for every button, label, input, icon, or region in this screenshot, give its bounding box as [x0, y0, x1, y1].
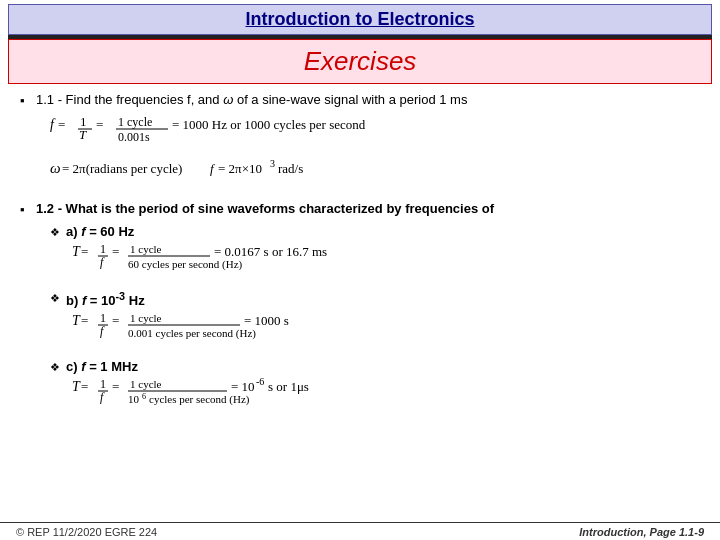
svg-text:1: 1	[100, 377, 106, 391]
formula-a: T = 1 f = 1 cycle 60 cycles per second (…	[72, 242, 700, 284]
sub-label-a: a) f = 60 Hz	[66, 224, 134, 239]
svg-text:=: =	[96, 117, 103, 132]
svg-text:ω: ω	[50, 160, 61, 176]
page-wrapper: Introduction to Electronics Exercises ▪ …	[0, 4, 720, 540]
svg-text:=: =	[112, 379, 119, 394]
omega-symbol: ω	[223, 92, 233, 107]
svg-text:10: 10	[128, 393, 140, 405]
footer-left: © REP 11/2/2020 EGRE 224	[16, 526, 157, 538]
sub-item-b: ❖ b) f = 10-3 Hz	[50, 290, 700, 308]
svg-text:=: =	[81, 244, 88, 259]
svg-text:0.001 cycles per second (Hz): 0.001 cycles per second (Hz)	[128, 327, 256, 340]
content-area: ▪ 1.1 - Find the frequencies f, and ω of…	[20, 92, 700, 419]
sub-items: ❖ a) f = 60 Hz T = 1 f = 1 cycle 60 cycl…	[50, 224, 700, 419]
svg-text:= 10: = 10	[231, 379, 255, 394]
exercises-title: Exercises	[9, 46, 711, 77]
formula-1-1: f = 1 T = 1 cycle 0.001s = 1000 Hz or 10…	[50, 115, 700, 197]
svg-text:f: f	[210, 161, 216, 176]
formula-c-svg: T = 1 f = 1 cycle 10 6 cycles per second…	[72, 377, 592, 415]
svg-text:T: T	[72, 244, 81, 259]
footer: © REP 11/2/2020 EGRE 224 Introduction, P…	[0, 522, 720, 538]
svg-text:3: 3	[270, 158, 275, 169]
formula-a-svg: T = 1 f = 1 cycle 60 cycles per second (…	[72, 242, 572, 280]
svg-text:1 cycle: 1 cycle	[130, 378, 162, 390]
svg-text:rad/s: rad/s	[278, 161, 303, 176]
svg-text:f: f	[100, 255, 105, 269]
svg-text:=: =	[58, 117, 65, 132]
problem-1-1: ▪ 1.1 - Find the frequencies f, and ω of…	[20, 92, 700, 109]
svg-text:=: =	[112, 244, 119, 259]
svg-text:= 0.0167 s  or  16.7 ms: = 0.0167 s or 16.7 ms	[214, 244, 327, 259]
svg-text:= 2π(radians per cycle): = 2π(radians per cycle)	[62, 161, 182, 176]
svg-text:=: =	[81, 313, 88, 328]
svg-text:60 cycles per second (Hz): 60 cycles per second (Hz)	[128, 258, 243, 271]
exercises-heading: Exercises	[8, 39, 712, 84]
svg-text:T: T	[72, 313, 81, 328]
svg-text:s  or  1μs: s or 1μs	[268, 379, 309, 394]
formula-b: T = 1 f = 1 cycle 0.001 cycles per secon…	[72, 311, 700, 353]
svg-text:6: 6	[142, 392, 146, 401]
svg-text:=: =	[81, 379, 88, 394]
svg-text:= 2π×10: = 2π×10	[218, 161, 262, 176]
svg-text:1 cycle: 1 cycle	[130, 243, 162, 255]
svg-text:f: f	[100, 390, 105, 404]
bullet-1-2: ▪	[20, 202, 36, 218]
bullet-1-1: ▪	[20, 93, 36, 109]
formula-b-svg: T = 1 f = 1 cycle 0.001 cycles per secon…	[72, 311, 572, 349]
svg-text:0.001s: 0.001s	[118, 130, 150, 144]
problem-1-2-text: 1.2 - What is the period of sine wavefor…	[36, 201, 700, 216]
formula-c: T = 1 f = 1 cycle 10 6 cycles per second…	[72, 377, 700, 419]
svg-text:=: =	[112, 313, 119, 328]
footer-right: Introduction, Page 1.1-9	[579, 526, 704, 538]
svg-text:cycles per second (Hz): cycles per second (Hz)	[149, 393, 250, 406]
svg-text:f: f	[50, 117, 56, 132]
sub-item-c: ❖ c) f = 1 MHz	[50, 359, 700, 374]
title-bar: Introduction to Electronics	[8, 4, 712, 35]
diamond-bullet-c: ❖	[50, 361, 60, 374]
diamond-bullet-b: ❖	[50, 292, 60, 305]
svg-text:-6: -6	[256, 377, 264, 387]
problem-1-1-text: 1.1 - Find the frequencies f, and ω of a…	[36, 92, 700, 107]
svg-text:1 cycle: 1 cycle	[118, 115, 152, 129]
diamond-bullet-a: ❖	[50, 226, 60, 239]
svg-text:T: T	[79, 127, 87, 142]
svg-text:= 1000 s: = 1000 s	[244, 313, 289, 328]
page-title: Introduction to Electronics	[9, 9, 711, 30]
svg-text:1 cycle: 1 cycle	[130, 312, 162, 324]
sub-label-c: c) f = 1 MHz	[66, 359, 138, 374]
svg-text:= 1000 Hz  or  1000 cycles per: = 1000 Hz or 1000 cycles per second	[172, 117, 366, 132]
svg-text:f: f	[100, 324, 105, 338]
problem-1-2: ▪ 1.2 - What is the period of sine wavef…	[20, 201, 700, 218]
formula-1-1-svg: f = 1 T = 1 cycle 0.001s = 1000 Hz or 10…	[50, 115, 630, 153]
svg-text:1: 1	[100, 242, 106, 256]
formula-1-1-omega-svg: ω = 2π(radians per cycle) f = 2π×10 3 ra…	[50, 157, 630, 193]
svg-text:T: T	[72, 379, 81, 394]
svg-text:1: 1	[100, 311, 106, 325]
sub-label-b: b) f = 10-3 Hz	[66, 290, 145, 308]
sub-item-a: ❖ a) f = 60 Hz	[50, 224, 700, 239]
